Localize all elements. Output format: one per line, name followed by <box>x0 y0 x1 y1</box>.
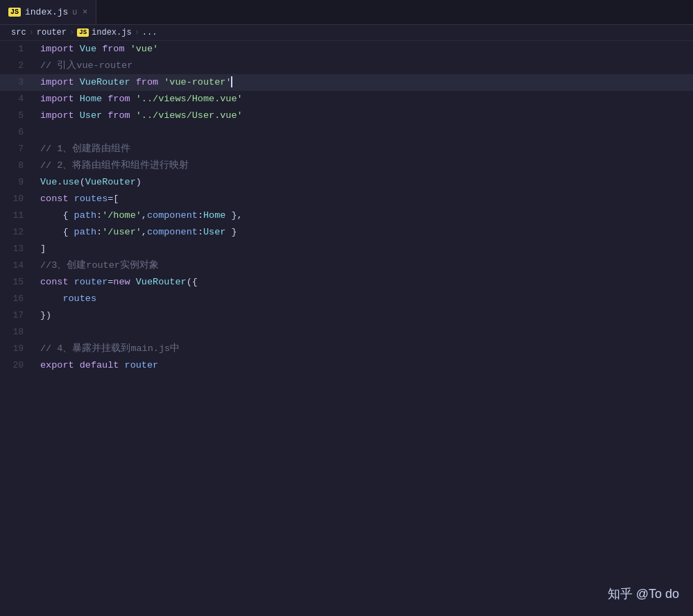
breadcrumb-src: src <box>11 28 26 37</box>
breadcrumb-indexjs: index.js <box>92 28 132 37</box>
tab-modified: U <box>72 8 77 17</box>
table-row: 10 const routes=[ <box>0 191 693 207</box>
table-row: 2 // 引入vue-router <box>0 58 693 74</box>
line-number: 16 <box>0 291 35 307</box>
line-content: const router=new VueRouter({ <box>35 274 693 291</box>
line-content: }) <box>35 307 693 324</box>
line-content: const routes=[ <box>35 191 693 207</box>
table-row: 13 ] <box>0 241 693 257</box>
line-number: 10 <box>0 191 35 207</box>
line-content: { path:'/home',component:Home }, <box>35 207 693 224</box>
breadcrumb-js-badge: JS <box>77 28 89 37</box>
table-row: 1 import Vue from 'vue' <box>0 41 693 58</box>
line-content: routes <box>35 291 693 307</box>
line-content <box>35 124 693 141</box>
table-row: 18 <box>0 324 693 341</box>
line-number: 9 <box>0 174 35 191</box>
tab-js-badge: JS <box>8 8 21 17</box>
line-content: { path:'/user',component:User } <box>35 224 693 241</box>
watermark: 知乎 @To do <box>608 585 679 602</box>
line-content: ] <box>35 241 693 257</box>
line-number: 3 <box>0 74 35 91</box>
line-content <box>35 324 693 341</box>
code-editor[interactable]: 1 import Vue from 'vue' 2 // 引入vue-route… <box>0 41 693 614</box>
table-row: 8 // 2、将路由组件和组件进行映射 <box>0 157 693 174</box>
table-row: 15 const router=new VueRouter({ <box>0 274 693 291</box>
table-row: 9 Vue.use(VueRouter) <box>0 174 693 191</box>
line-number: 20 <box>0 357 35 374</box>
line-number: 2 <box>0 58 35 74</box>
line-number: 4 <box>0 91 35 108</box>
breadcrumb-router: router <box>37 28 67 37</box>
line-number: 17 <box>0 307 35 324</box>
line-content: // 1、创建路由组件 <box>35 141 693 157</box>
breadcrumb-sep-2: › <box>69 28 74 37</box>
table-row: 6 <box>0 124 693 141</box>
line-number: 12 <box>0 224 35 241</box>
line-content: import Home from '../views/Home.vue' <box>35 91 693 108</box>
line-number: 5 <box>0 108 35 124</box>
line-number: 11 <box>0 207 35 224</box>
tab-filename: index.js <box>25 7 68 17</box>
table-row: 11 { path:'/home',component:Home }, <box>0 207 693 224</box>
table-row: 5 import User from '../views/User.vue' <box>0 108 693 124</box>
line-number: 15 <box>0 274 35 291</box>
table-row: 20 export default router <box>0 357 693 374</box>
table-row: 19 // 4、暴露并挂载到main.js中 <box>0 341 693 357</box>
breadcrumb-sep-1: › <box>29 28 34 37</box>
line-number: 18 <box>0 324 35 341</box>
line-number: 14 <box>0 257 35 274</box>
line-content: export default router <box>35 357 693 374</box>
line-content: //3、创建router实例对象 <box>35 257 693 274</box>
tab-close-button[interactable]: × <box>83 8 87 17</box>
table-row: 12 { path:'/user',component:User } <box>0 224 693 241</box>
table-row: 16 routes <box>0 291 693 307</box>
tab-bar: JS index.js U × <box>0 0 693 25</box>
line-number: 1 <box>0 41 35 58</box>
table-row: 14 //3、创建router实例对象 <box>0 257 693 274</box>
breadcrumb-ellipsis: ... <box>142 28 157 37</box>
line-content: // 4、暴露并挂载到main.js中 <box>35 341 693 357</box>
line-number: 19 <box>0 341 35 357</box>
line-content: Vue.use(VueRouter) <box>35 174 693 191</box>
line-content: // 引入vue-router <box>35 58 693 74</box>
table-row: 7 // 1、创建路由组件 <box>0 141 693 157</box>
line-number: 8 <box>0 157 35 174</box>
line-content: import User from '../views/User.vue' <box>35 108 693 124</box>
line-content: import VueRouter from 'vue-router' <box>35 74 693 91</box>
breadcrumb: src › router › JS index.js › ... <box>0 25 693 41</box>
line-content: // 2、将路由组件和组件进行映射 <box>35 157 693 174</box>
line-number: 13 <box>0 241 35 257</box>
table-row: 17 }) <box>0 307 693 324</box>
tab-index-js[interactable]: JS index.js U × <box>0 0 96 24</box>
table-row: 4 import Home from '../views/Home.vue' <box>0 91 693 108</box>
line-number: 6 <box>0 124 35 141</box>
line-content: import Vue from 'vue' <box>35 41 693 58</box>
table-row: 3 import VueRouter from 'vue-router' <box>0 74 693 91</box>
breadcrumb-sep-3: › <box>135 28 139 37</box>
line-number: 7 <box>0 141 35 157</box>
